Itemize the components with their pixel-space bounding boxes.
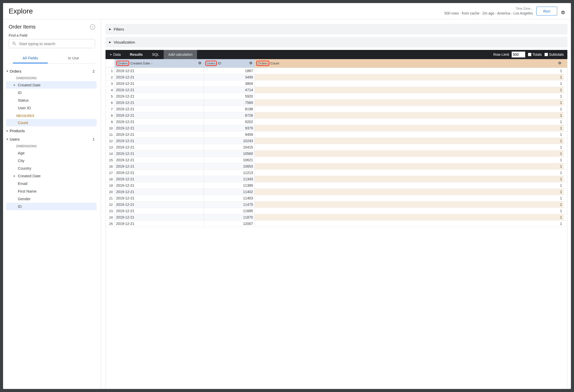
cell[interactable]: 2019-12-21	[114, 80, 204, 87]
cell[interactable]: 1	[255, 189, 564, 195]
cell[interactable]: 7569	[204, 100, 255, 106]
dimension-field[interactable]: ▸Created Date	[6, 81, 97, 89]
cell[interactable]: 1	[255, 87, 564, 93]
column-gear-icon[interactable]	[198, 61, 202, 65]
cell[interactable]: 2019-12-21	[114, 131, 204, 138]
cell[interactable]: 1	[255, 100, 564, 106]
cell[interactable]: 3499	[204, 74, 255, 80]
cell[interactable]: 11870	[204, 214, 255, 221]
results-table-wrap[interactable]: OrdersCreated Date↓UsersIDOrdersCount 12…	[106, 59, 567, 389]
cell[interactable]: 1	[255, 208, 564, 214]
cell[interactable]: 1	[255, 170, 564, 176]
cell[interactable]: 8198	[204, 106, 255, 112]
cell[interactable]: 1	[255, 195, 564, 201]
cell[interactable]: 1	[255, 221, 564, 227]
cell[interactable]: 10415	[204, 144, 255, 151]
cell[interactable]: 2019-12-21	[114, 138, 204, 144]
column-header[interactable]: OrdersCount	[255, 59, 564, 68]
search-input[interactable]	[19, 42, 92, 46]
cell[interactable]: 10621	[204, 157, 255, 163]
sql-tab[interactable]: SQL	[147, 50, 164, 59]
cell[interactable]: 1	[255, 125, 564, 131]
column-header[interactable]: UsersID	[204, 59, 255, 68]
cell[interactable]: 1	[255, 68, 564, 74]
cell[interactable]: 2019-12-21	[114, 68, 204, 74]
gear-icon[interactable]	[561, 10, 565, 16]
cell[interactable]: 1	[255, 131, 564, 138]
dimension-field[interactable]: Gender	[6, 195, 97, 202]
add-calculation-button[interactable]: Add calculation	[164, 50, 197, 59]
cell[interactable]: 4714	[204, 87, 255, 93]
dimension-field[interactable]: ID	[6, 89, 97, 96]
cell[interactable]: 11685	[204, 208, 255, 214]
subtotals-checkbox[interactable]: Subtotals	[544, 52, 564, 57]
cell[interactable]: 9459	[204, 131, 255, 138]
cell[interactable]: 2019-12-21	[114, 106, 204, 112]
data-tab[interactable]: Data	[106, 50, 125, 59]
cell[interactable]: 1	[255, 138, 564, 144]
tab-in-use[interactable]: In Use	[52, 53, 95, 63]
view-row[interactable]: ▸Products	[5, 127, 98, 135]
dimension-field[interactable]: ID	[6, 203, 97, 210]
cell[interactable]: 2019-12-21	[114, 189, 204, 195]
column-gear-icon[interactable]	[558, 61, 562, 65]
cell[interactable]: 1	[255, 93, 564, 100]
cell[interactable]: 11389	[204, 182, 255, 189]
cell[interactable]: 9379	[204, 125, 255, 131]
cell[interactable]: 1	[255, 112, 564, 119]
dimension-field[interactable]: First Name	[6, 187, 97, 195]
cell[interactable]: 2019-12-21	[114, 182, 204, 189]
filters-accordion[interactable]: ▶ Filters	[106, 24, 567, 34]
cell[interactable]: 12007	[204, 221, 255, 227]
cell[interactable]: 11213	[204, 170, 255, 176]
run-button[interactable]: Run	[536, 7, 557, 16]
cell[interactable]: 11402	[204, 189, 255, 195]
dimension-field[interactable]: ▸Created Date	[6, 172, 97, 180]
cell[interactable]: 1	[255, 176, 564, 182]
cell[interactable]: 3804	[204, 80, 255, 87]
timezone-dropdown[interactable]: Time Zone⌄	[444, 7, 533, 11]
cell[interactable]: 2019-12-21	[114, 214, 204, 221]
visualization-accordion[interactable]: ▶ Visualization	[106, 37, 567, 47]
cell[interactable]: 5920	[204, 93, 255, 100]
dimension-field[interactable]: Country	[6, 165, 97, 172]
cell[interactable]: 1	[255, 157, 564, 163]
column-gear-icon[interactable]	[249, 61, 253, 65]
view-row[interactable]: ▾Orders2	[5, 67, 98, 75]
cell[interactable]: 1	[255, 74, 564, 80]
tab-all-fields[interactable]: All Fields	[9, 53, 52, 63]
cell[interactable]: 2019-12-21	[114, 100, 204, 106]
cell[interactable]: 11475	[204, 201, 255, 208]
cell[interactable]: 1	[255, 144, 564, 151]
cell[interactable]: 11403	[204, 195, 255, 201]
search-input-wrap[interactable]	[9, 39, 95, 48]
cell[interactable]: 2019-12-21	[114, 93, 204, 100]
dimension-field[interactable]: Email	[6, 180, 97, 187]
column-header[interactable]: OrdersCreated Date↓	[114, 59, 204, 68]
cell[interactable]: 1	[255, 182, 564, 189]
cell[interactable]: 1867	[204, 68, 255, 74]
cell[interactable]: 1	[255, 151, 564, 157]
cell[interactable]: 1	[255, 106, 564, 112]
cell[interactable]: 2019-12-21	[114, 163, 204, 170]
measure-field[interactable]: Count	[6, 119, 97, 126]
collapse-sidebar-icon[interactable]: ‹	[90, 24, 95, 30]
cell[interactable]: 11343	[204, 176, 255, 182]
cell[interactable]: 1	[255, 163, 564, 170]
cell[interactable]: 10243	[204, 138, 255, 144]
cell[interactable]: 8726	[204, 112, 255, 119]
cell[interactable]: 1	[255, 201, 564, 208]
cell[interactable]: 2019-12-21	[114, 87, 204, 93]
cell[interactable]: 10560	[204, 151, 255, 157]
cell[interactable]: 2019-12-21	[114, 176, 204, 182]
cell[interactable]: 1	[255, 119, 564, 125]
view-row[interactable]: ▾Users1	[5, 135, 98, 143]
dimension-field[interactable]: Age	[6, 149, 97, 157]
cell[interactable]: 1	[255, 214, 564, 221]
totals-checkbox[interactable]: Totals	[528, 52, 542, 57]
cell[interactable]: 2019-12-21	[114, 74, 204, 80]
cell[interactable]: 2019-12-21	[114, 201, 204, 208]
cell[interactable]: 2019-12-21	[114, 151, 204, 157]
cell[interactable]: 2019-12-21	[114, 112, 204, 119]
cell[interactable]: 9202	[204, 119, 255, 125]
